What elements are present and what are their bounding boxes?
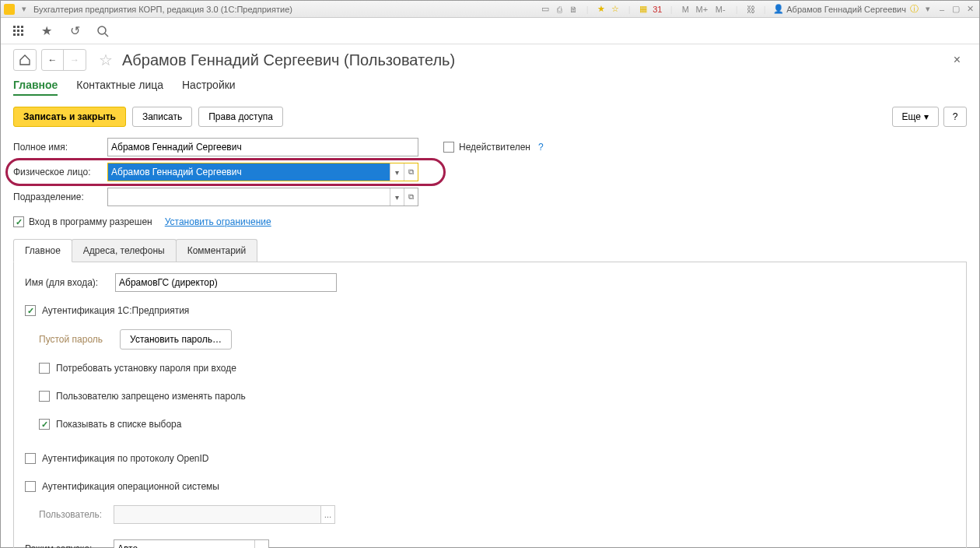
auth-1c-label: Аутентификация 1С:Предприятия bbox=[42, 305, 189, 316]
inner-tab-comment[interactable]: Комментарий bbox=[176, 239, 258, 262]
window-close-icon[interactable]: ✕ bbox=[964, 3, 976, 16]
save-close-button[interactable]: Записать и закрыть bbox=[13, 107, 126, 127]
os-user-combo: … bbox=[114, 505, 335, 524]
nav-row: ← → ☆ Абрамов Геннадий Сергеевич (Пользо… bbox=[13, 49, 967, 71]
require-pw-label: Потребовать установку пароля при входе bbox=[56, 363, 236, 374]
individual-dropdown-icon[interactable]: ▾ bbox=[390, 163, 404, 181]
department-combo[interactable]: ▾ ⧉ bbox=[107, 188, 418, 206]
tab-settings[interactable]: Настройки bbox=[182, 79, 236, 96]
tb-link-icon[interactable]: ⛓ bbox=[744, 3, 757, 16]
more-label: Еще bbox=[902, 111, 921, 122]
department-dropdown-icon[interactable]: ▾ bbox=[390, 188, 404, 206]
os-user-row: Пользователь: … bbox=[39, 505, 955, 524]
run-mode-dropdown-icon[interactable]: ▾ bbox=[254, 540, 268, 548]
individual-combo[interactable]: ▾ ⧉ bbox=[107, 163, 418, 181]
window-maximize-icon[interactable]: ▢ bbox=[950, 3, 962, 16]
user-icon: 👤 bbox=[772, 3, 785, 16]
os-user-input bbox=[114, 506, 320, 523]
tb-mplus[interactable]: M+ bbox=[693, 3, 710, 16]
tab-contacts[interactable]: Контактные лица bbox=[76, 79, 163, 96]
tb-info-icon[interactable]: ⓘ bbox=[908, 3, 920, 16]
invalid-help-icon[interactable]: ? bbox=[538, 142, 544, 153]
individual-label: Физическое лицо: bbox=[13, 167, 103, 177]
tb-print-icon[interactable]: ⎙ bbox=[553, 3, 565, 16]
dropdown-icon[interactable]: ▾ bbox=[18, 3, 30, 16]
window-minimize-icon[interactable]: – bbox=[936, 3, 948, 16]
login-allowed-checkbox[interactable] bbox=[13, 216, 24, 227]
auth-openid-checkbox[interactable] bbox=[25, 453, 36, 464]
inner-tab-main[interactable]: Главное bbox=[13, 239, 72, 262]
nav-forward-button[interactable]: → bbox=[64, 50, 86, 70]
forbid-pw-label: Пользователю запрещено изменять пароль bbox=[56, 391, 246, 402]
login-name-label: Имя (для входа): bbox=[25, 277, 109, 288]
show-in-list-row: Показывать в списке выбора bbox=[39, 415, 955, 434]
run-mode-label: Режим запуска: bbox=[25, 543, 107, 548]
search-icon[interactable] bbox=[96, 24, 110, 38]
home-button[interactable] bbox=[13, 49, 37, 71]
nav-arrows: ← → bbox=[41, 49, 86, 71]
svg-rect-7 bbox=[17, 33, 19, 36]
tb-info-drop[interactable]: ▾ bbox=[922, 3, 934, 16]
tb-sep-5: | bbox=[758, 3, 771, 16]
set-restriction-link[interactable]: Установить ограничение bbox=[165, 216, 271, 227]
tb-sep-3: | bbox=[665, 3, 677, 16]
page-close-button[interactable]: × bbox=[947, 50, 967, 70]
auth-os-row: Аутентификация операционной системы bbox=[25, 477, 955, 496]
forbid-pw-checkbox[interactable] bbox=[39, 391, 50, 402]
save-button[interactable]: Записать bbox=[132, 107, 192, 127]
login-name-input[interactable] bbox=[115, 273, 337, 292]
svg-point-9 bbox=[98, 26, 106, 34]
department-input[interactable] bbox=[108, 188, 390, 206]
run-mode-combo[interactable]: ▾ bbox=[114, 539, 269, 548]
login-allowed-row: Вход в программу разрешен Установить огр… bbox=[13, 213, 967, 231]
svg-rect-2 bbox=[21, 26, 23, 28]
department-row: Подразделение: ▾ ⧉ bbox=[13, 188, 967, 206]
empty-password-label: Пустой пароль bbox=[39, 334, 103, 345]
inner-tab-addresses[interactable]: Адреса, телефоны bbox=[72, 239, 177, 262]
tb-star2-icon[interactable]: ☆ bbox=[609, 3, 621, 16]
tb-calc-icon[interactable]: ▦ bbox=[637, 3, 649, 16]
tb-sep-1: | bbox=[581, 3, 593, 16]
auth-openid-label: Аутентификация по протоколу OpenID bbox=[42, 453, 209, 464]
window-title: Бухгалтерия предприятия КОРП, редакция 3… bbox=[33, 5, 292, 14]
apps-icon[interactable] bbox=[12, 24, 26, 38]
access-rights-button[interactable]: Права доступа bbox=[198, 107, 283, 127]
invalid-checkbox[interactable] bbox=[443, 142, 454, 153]
tb-mminus[interactable]: M- bbox=[712, 3, 729, 16]
more-button[interactable]: Еще▾ bbox=[892, 107, 939, 127]
svg-rect-5 bbox=[21, 30, 23, 32]
app-logo-icon bbox=[4, 4, 15, 15]
tb-icon-1[interactable]: ▭ bbox=[539, 3, 551, 16]
individual-open-icon[interactable]: ⧉ bbox=[404, 163, 418, 181]
favorite-icon[interactable]: ★ bbox=[40, 24, 54, 38]
individual-input[interactable] bbox=[108, 163, 390, 181]
department-open-icon[interactable]: ⧉ bbox=[404, 188, 418, 206]
password-row: Пустой пароль Установить пароль… bbox=[39, 329, 955, 350]
os-user-browse-icon: … bbox=[320, 506, 334, 523]
current-user: Абрамов Геннадий Сергеевич bbox=[786, 5, 906, 14]
invalid-label: Недействителен bbox=[459, 142, 530, 153]
auth-os-checkbox[interactable] bbox=[25, 481, 36, 492]
login-allowed-label: Вход в программу разрешен bbox=[29, 216, 152, 227]
history-icon[interactable]: ↺ bbox=[68, 24, 82, 38]
svg-rect-4 bbox=[17, 30, 19, 32]
svg-rect-8 bbox=[21, 33, 23, 36]
svg-rect-6 bbox=[13, 33, 16, 36]
tab-main[interactable]: Главное bbox=[13, 79, 58, 96]
set-password-button[interactable]: Установить пароль… bbox=[120, 329, 232, 350]
run-mode-input[interactable] bbox=[114, 540, 254, 548]
tb-star-icon[interactable]: ★ bbox=[595, 3, 607, 16]
page-title: Абрамов Геннадий Сергеевич (Пользователь… bbox=[122, 51, 455, 69]
tb-doc-icon[interactable]: 🗎 bbox=[567, 3, 579, 16]
help-button[interactable]: ? bbox=[943, 107, 967, 127]
auth-1c-checkbox[interactable] bbox=[25, 305, 36, 316]
page-favorite-icon[interactable]: ☆ bbox=[99, 51, 113, 69]
full-name-input[interactable] bbox=[107, 138, 418, 156]
auth-os-label: Аутентификация операционной системы bbox=[42, 481, 219, 492]
tb-calendar-icon[interactable]: 31 bbox=[651, 3, 663, 16]
show-in-list-checkbox[interactable] bbox=[39, 419, 50, 430]
require-pw-checkbox[interactable] bbox=[39, 363, 50, 374]
tb-m[interactable]: M bbox=[679, 3, 691, 16]
nav-back-button[interactable]: ← bbox=[42, 50, 64, 70]
app-window: ▾ Бухгалтерия предприятия КОРП, редакция… bbox=[0, 0, 980, 548]
